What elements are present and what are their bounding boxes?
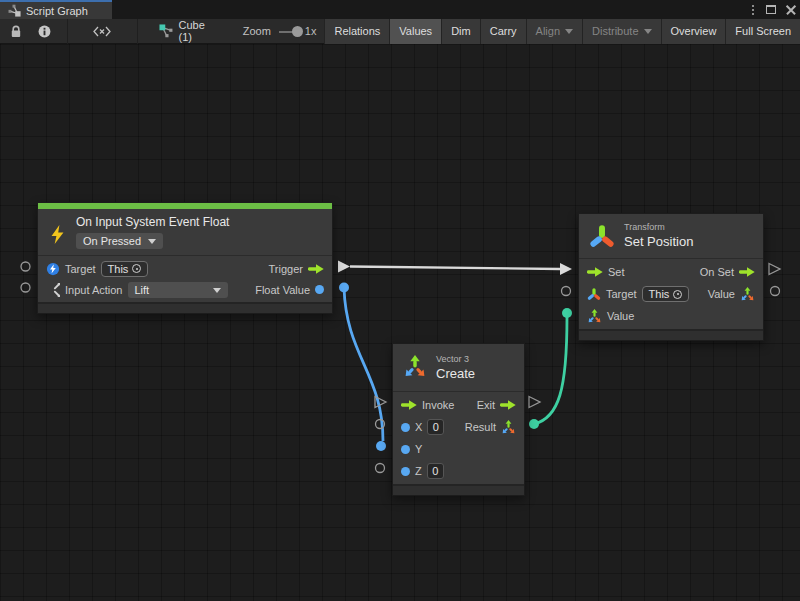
transform-target-port[interactable] xyxy=(562,287,571,296)
node-header[interactable]: On Input System Event Float On Pressed xyxy=(38,209,332,255)
control-flow-arrow-icon[interactable] xyxy=(308,264,324,274)
info-icon[interactable] xyxy=(30,19,59,44)
port-row-target: Target This Value xyxy=(579,283,763,305)
breadcrumb[interactable]: Cube (1) xyxy=(137,19,216,43)
value-in-label: Value xyxy=(607,310,634,322)
carry-button[interactable]: Carry xyxy=(480,19,526,44)
value-out-label: Value xyxy=(708,288,735,300)
transform-value-in-port[interactable] xyxy=(562,308,572,318)
port-rows: Set On Set Target This xyxy=(579,258,763,329)
relations-button[interactable]: Relations xyxy=(324,19,389,44)
node-header[interactable]: Vector 3 Create xyxy=(393,344,524,391)
wire-trigger-to-set[interactable] xyxy=(350,267,560,270)
node-header[interactable]: Transform Set Position xyxy=(579,214,763,258)
zoom-slider-handle[interactable] xyxy=(292,26,303,37)
lock-icon[interactable] xyxy=(0,19,30,44)
set-label: Set xyxy=(608,266,625,278)
node-footer xyxy=(393,484,524,495)
breadcrumb-label: Cube (1) xyxy=(178,19,204,43)
chevron-down-icon xyxy=(565,29,573,34)
window-controls xyxy=(750,0,796,19)
target-label: Target xyxy=(606,288,637,300)
chevron-down-icon xyxy=(644,29,652,34)
full-screen-button[interactable]: Full Screen xyxy=(725,19,800,44)
zoom-value: 1x xyxy=(305,25,317,37)
vector3-icon[interactable] xyxy=(740,287,755,302)
graph-toolbar: Cube (1) Zoom 1x Relations Values Dim Ca… xyxy=(0,19,800,44)
control-flow-arrow-icon[interactable] xyxy=(500,400,516,410)
zoom-slider[interactable] xyxy=(279,19,301,44)
vector3-y-port[interactable] xyxy=(376,441,386,451)
value-port-dot[interactable] xyxy=(315,285,324,294)
distribute-button: Distribute xyxy=(582,19,660,44)
node-footer xyxy=(579,329,763,340)
lightning-bolt-icon xyxy=(48,225,67,244)
input-action-dropdown[interactable]: Lift xyxy=(128,282,228,298)
y-label: Y xyxy=(415,443,422,455)
vector3-exit-port[interactable] xyxy=(529,397,540,408)
port-rows: Invoke Exit X 0 Result xyxy=(393,391,524,484)
port-rows: Target This Trigger Input Action xyxy=(38,255,332,302)
event-input-action-port[interactable] xyxy=(21,283,30,292)
on-set-label: On Set xyxy=(700,266,734,278)
node-title: On Input System Event Float xyxy=(76,214,229,230)
object-picker-icon[interactable] xyxy=(673,290,682,299)
trigger-out-port[interactable] xyxy=(338,261,350,273)
node-vector3-create[interactable]: Vector 3 Create Invoke Exit xyxy=(392,343,525,496)
node-transform-set-position[interactable]: Transform Set Position Set On Set xyxy=(578,213,764,341)
toolbar-buttons: Relations Values Dim Carry Align Distrib… xyxy=(324,19,800,44)
wire-floatvalue-to-y[interactable] xyxy=(344,288,383,442)
control-flow-arrow-icon[interactable] xyxy=(401,400,417,410)
value-port-dot[interactable] xyxy=(401,445,410,454)
port-row-input-action: Input Action Lift Float Value xyxy=(38,279,332,300)
event-target-port[interactable] xyxy=(21,262,30,271)
window-maximize-icon[interactable] xyxy=(766,5,776,14)
port-row-z: Z 0 xyxy=(393,460,524,482)
graph-canvas[interactable]: On Input System Event Float On Pressed xyxy=(0,44,800,601)
tab-script-graph[interactable]: Script Graph xyxy=(0,0,112,19)
graph-node-icon xyxy=(159,24,173,38)
vector3-icon[interactable] xyxy=(501,420,516,435)
wire-result-to-value[interactable] xyxy=(534,317,567,424)
overview-button[interactable]: Overview xyxy=(661,19,726,44)
port-row-y: Y xyxy=(393,438,524,460)
graph-icon xyxy=(8,4,21,17)
input-action-label: Input Action xyxy=(65,284,123,296)
zoom-label: Zoom xyxy=(243,25,271,37)
target-object-chip[interactable]: This xyxy=(642,286,690,302)
object-picker-icon[interactable] xyxy=(132,264,141,273)
port-row-invoke: Invoke Exit xyxy=(393,394,524,416)
window-close-icon[interactable] xyxy=(786,5,796,15)
z-value-field[interactable]: 0 xyxy=(427,463,444,479)
trigger-label: Trigger xyxy=(269,263,303,275)
code-values-icon[interactable] xyxy=(67,19,137,44)
node-category: Transform xyxy=(624,221,693,233)
control-flow-arrow-icon[interactable] xyxy=(739,267,755,277)
target-object-chip[interactable]: This xyxy=(101,261,149,277)
vector3-result-port[interactable] xyxy=(529,419,539,429)
vector3-z-port[interactable] xyxy=(376,464,385,473)
transform-mini-icon xyxy=(587,287,601,301)
dim-button[interactable]: Dim xyxy=(441,19,480,44)
x-value-field[interactable]: 0 xyxy=(427,419,444,435)
node-title: Set Position xyxy=(624,233,693,250)
value-port-dot[interactable] xyxy=(401,423,410,432)
result-label: Result xyxy=(465,421,496,433)
values-button[interactable]: Values xyxy=(389,19,441,44)
x-label: X xyxy=(415,421,422,433)
node-on-input-system-event-float[interactable]: On Input System Event Float On Pressed xyxy=(37,202,333,314)
window-menu-icon[interactable] xyxy=(750,3,756,17)
value-port-dot[interactable] xyxy=(401,467,410,476)
tab-bar: Script Graph xyxy=(0,0,800,19)
control-flow-arrow-icon[interactable] xyxy=(587,267,603,277)
float-value-out-port[interactable] xyxy=(339,283,349,293)
vector3-icon[interactable] xyxy=(587,309,602,324)
exit-label: Exit xyxy=(477,399,495,411)
transform-value-out-port[interactable] xyxy=(771,287,780,296)
node-footer xyxy=(38,302,332,313)
port-row-value: Value xyxy=(579,305,763,327)
tab-title: Script Graph xyxy=(26,5,88,17)
transform-onset-port[interactable] xyxy=(769,264,780,275)
event-mode-dropdown[interactable]: On Pressed xyxy=(76,233,163,249)
invoke-label: Invoke xyxy=(422,399,454,411)
